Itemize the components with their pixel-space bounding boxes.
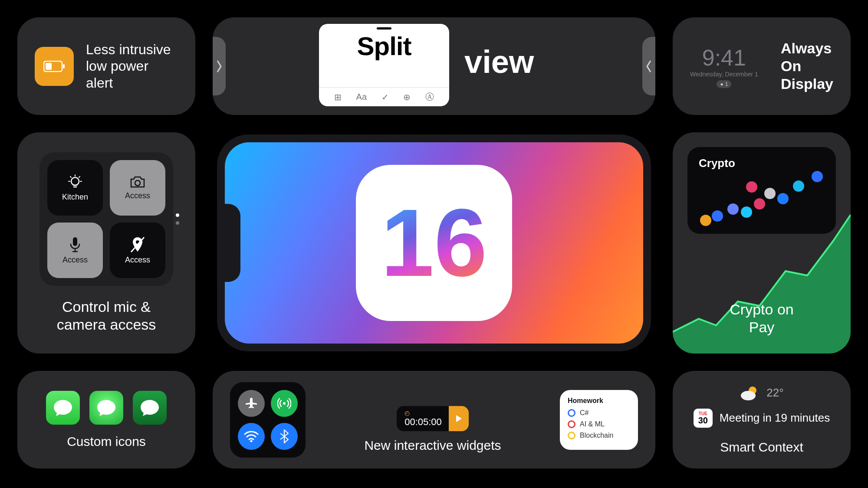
meeting-text: Meeting in 19 minutes: [720, 411, 830, 425]
weather-icon: [740, 385, 760, 401]
interactive-widgets-card: ◴ 00:05:00 New interactive widgets Homew…: [213, 371, 655, 468]
coin-icon: [754, 198, 765, 210]
phone-notch: [225, 204, 240, 282]
homework-item[interactable]: Blockchain: [568, 432, 630, 439]
svg-point-3: [71, 177, 79, 185]
svg-point-4: [135, 180, 140, 186]
calendar-icon: TUE 30: [694, 409, 713, 428]
split-word1: Split: [357, 31, 411, 61]
doc-toolbar: ⊞ Aa ✓ ⊕ Ⓐ: [319, 87, 449, 106]
tile-location-access[interactable]: Access: [110, 223, 165, 278]
tile-kitchen[interactable]: Kitchen: [47, 160, 103, 216]
svg-point-8: [283, 402, 286, 405]
crypto-card: Crypto Crypto on Pay: [673, 132, 851, 354]
microphone-icon: [69, 236, 81, 253]
low-power-label: Less intrusivelow power alert: [86, 41, 178, 91]
custom-icons-label: Custom icons: [67, 434, 146, 449]
phone-frame: 16: [217, 134, 651, 351]
ring-icon: [568, 432, 575, 439]
split-view-card: Split ⊞ Aa ✓ ⊕ Ⓐ view: [213, 17, 655, 115]
meeting-row: TUE 30 Meeting in 19 minutes: [694, 409, 830, 428]
dot-icon: [176, 221, 179, 225]
homework-item[interactable]: AI & ML: [568, 420, 630, 428]
always-on-display-card: 9:41 Wednesday, December 1 ● 1 AlwaysOnD…: [673, 17, 851, 115]
messages-icon[interactable]: [46, 391, 80, 425]
svg-point-11: [741, 391, 756, 400]
split-word2: view: [464, 43, 534, 80]
timer-widget[interactable]: ◴ 00:05:00: [397, 406, 469, 431]
crypto-title: Crypto: [699, 157, 825, 170]
svg-rect-2: [63, 64, 65, 69]
coin-icon: [741, 206, 752, 218]
center-phone: 16: [213, 132, 655, 354]
homework-item[interactable]: C#: [568, 409, 630, 417]
homework-title: Homework: [568, 397, 630, 405]
low-power-card: Less intrusivelow power alert: [17, 17, 195, 115]
play-button[interactable]: [449, 406, 469, 431]
widgets-label: New interactive widgets: [364, 438, 501, 453]
bluetooth-toggle[interactable]: [271, 423, 298, 450]
temperature: 22°: [766, 386, 783, 400]
notch-icon: [377, 27, 391, 29]
aod-time: 9:41: [690, 45, 758, 71]
antenna-icon: [277, 396, 291, 410]
messages-icon[interactable]: [133, 391, 167, 425]
aod-label: AlwaysOnDisplay: [781, 39, 833, 92]
aod-preview: 9:41 Wednesday, December 1 ● 1: [690, 45, 758, 88]
airplane-toggle[interactable]: [238, 390, 265, 417]
crypto-label: Crypto on Pay: [730, 301, 793, 336]
custom-icons-card: Custom icons: [17, 371, 195, 468]
peek-left[interactable]: [213, 37, 226, 95]
battery-icon: [35, 47, 74, 86]
svg-rect-1: [46, 63, 52, 70]
coin-icon: [777, 193, 789, 204]
tool-add-icon[interactable]: ⊕: [403, 92, 411, 102]
play-icon: [455, 415, 462, 422]
location-slash-icon: [130, 236, 145, 253]
aod-notif-pill: ● 1: [717, 80, 731, 88]
split-doc: Split ⊞ Aa ✓ ⊕ Ⓐ: [319, 24, 449, 106]
bluetooth-icon: [280, 429, 289, 443]
tile-camera-access[interactable]: Access: [110, 160, 165, 216]
messages-icon[interactable]: [89, 391, 123, 425]
airplane-icon: [245, 397, 258, 410]
coin-icon: [712, 210, 723, 222]
smart-context-card: 22° TUE 30 Meeting in 19 minutes Smart C…: [673, 371, 851, 468]
lightbulb-icon: [67, 174, 83, 190]
homework-widget[interactable]: Homework C# AI & ML Blockchain: [560, 390, 638, 450]
page-dots: [176, 213, 179, 225]
timer-value: 00:05:00: [404, 416, 442, 428]
connectivity-group: [230, 382, 306, 458]
aod-date: Wednesday, December 1: [690, 71, 758, 78]
tile-mic-access[interactable]: Access: [47, 223, 103, 278]
context-label: Smart Context: [720, 440, 803, 455]
coin-icon: [793, 180, 804, 192]
tool-table-icon[interactable]: ⊞: [334, 92, 342, 102]
access-grid: Kitchen Access Access Access: [39, 152, 173, 286]
svg-point-9: [250, 440, 253, 442]
coin-icon: [727, 203, 739, 215]
coin-icon: [812, 171, 823, 182]
coin-scatter: [696, 173, 827, 225]
tool-markup-icon[interactable]: Ⓐ: [425, 91, 434, 103]
camera-icon: [130, 176, 145, 189]
ios-badge: 16: [356, 165, 512, 321]
tool-text-icon[interactable]: Aa: [356, 92, 367, 102]
ring-icon: [568, 420, 575, 428]
clock-icon: ◴: [404, 409, 442, 416]
peek-right[interactable]: [642, 37, 655, 95]
icon-row: [46, 391, 167, 425]
bubble-icon: ●: [720, 81, 723, 87]
svg-rect-5: [73, 237, 77, 246]
crypto-widget[interactable]: Crypto: [687, 147, 836, 234]
ios-number: 16: [381, 188, 487, 298]
access-label: Control mic &camera access: [57, 298, 156, 334]
phone-screen: 16: [225, 142, 643, 344]
cellular-toggle[interactable]: [271, 390, 298, 417]
control-access-card: Kitchen Access Access Access Control mic…: [17, 132, 195, 354]
wifi-toggle[interactable]: [238, 423, 265, 450]
coin-icon: [764, 188, 776, 199]
tool-check-icon[interactable]: ✓: [381, 92, 389, 102]
coin-icon: [700, 215, 711, 226]
weather-row: 22°: [740, 385, 783, 401]
